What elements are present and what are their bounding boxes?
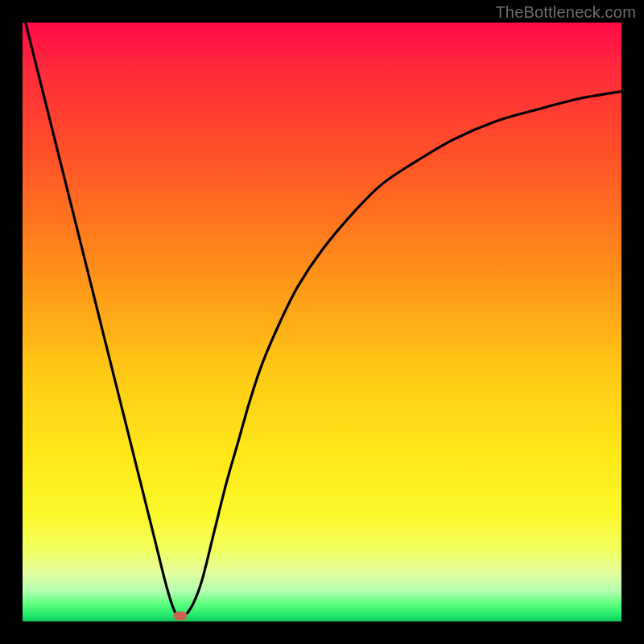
bottleneck-curve xyxy=(23,10,621,617)
curve-layer xyxy=(23,23,621,621)
attribution-label: TheBottleneck.com xyxy=(495,3,636,22)
plot-area xyxy=(23,23,621,621)
minimum-marker xyxy=(173,611,187,620)
